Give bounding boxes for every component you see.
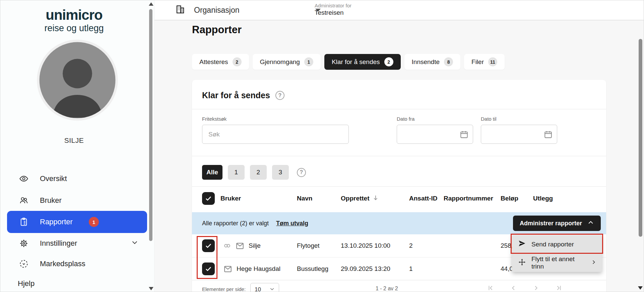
clear-selection-link[interactable]: Tøm utvalg: [276, 220, 308, 227]
cell-ansatt-id: 1: [409, 265, 444, 273]
date-from-input[interactable]: [397, 125, 473, 144]
main-scrollbar[interactable]: [638, 0, 643, 292]
per-page-label: Elementer per side:: [202, 286, 246, 292]
sidebar-item-innstillinger[interactable]: Innstillinger: [7, 234, 147, 253]
next-page-button[interactable]: [532, 284, 540, 292]
tab-count-badge: 8: [444, 57, 453, 66]
scroll-down-arrow-icon[interactable]: [149, 287, 153, 290]
cell-user-name: Hege Haugsdal: [237, 265, 280, 273]
help-icon[interactable]: ?: [275, 91, 284, 100]
main-scrollbar-thumb[interactable]: [639, 39, 642, 237]
calendar-icon[interactable]: [460, 130, 468, 139]
menu-item-flytt-til-annet-trinn[interactable]: Flytt til et annet trinn: [512, 253, 602, 272]
tab-klar-for-a-sendes[interactable]: Klar for å sendes 2: [324, 54, 401, 70]
column-header-bruker: Bruker: [220, 195, 297, 202]
pagination-bar: Elementer per side: 10 1 - 2 av 2: [192, 280, 606, 292]
calendar-icon[interactable]: [544, 130, 553, 139]
date-to-input[interactable]: [481, 125, 557, 144]
tab-gjennomgang[interactable]: Gjennomgang 1: [253, 54, 321, 70]
card-header: Klar for å sendes ?: [192, 80, 606, 109]
tab-count-badge: 2: [233, 57, 242, 66]
chevron-down-icon: [131, 239, 138, 248]
chevron-right-icon: [590, 259, 597, 267]
row-checkbox[interactable]: [202, 239, 215, 252]
tab-label: Innsendte: [412, 58, 440, 66]
sidebar-item-rapporter[interactable]: Rapporter 1: [7, 211, 147, 233]
select-all-checkbox[interactable]: [202, 192, 215, 205]
sidebar-item-label: Bruker: [40, 196, 62, 205]
eye-icon: [19, 174, 28, 183]
previous-page-button[interactable]: [510, 284, 517, 292]
report-tabs: Attesteres 2 Gjennomgang 1 Klar for å se…: [192, 54, 505, 70]
sidebar-item-label: Rapporter: [40, 218, 73, 226]
tab-innsendte[interactable]: Innsendte 8: [404, 54, 460, 70]
building-icon: [175, 4, 185, 16]
envelope-icon[interactable]: [223, 265, 233, 273]
cell-user-name: Silje: [249, 242, 261, 249]
column-header-navn: Navn: [297, 195, 341, 202]
filter-chip-2[interactable]: 2: [250, 165, 267, 180]
date-to-group: Dato til: [481, 116, 557, 144]
free-text-search-group: Fritekstsøk: [202, 116, 397, 144]
tab-label: Gjennomgang: [260, 58, 300, 66]
marketplace-icon: [19, 259, 28, 269]
row-checkbox[interactable]: [202, 262, 215, 275]
tab-attesteres[interactable]: Attesteres 2: [192, 54, 249, 70]
cell-navn: Bussutlegg: [297, 265, 341, 273]
chevron-down-icon: [269, 286, 275, 292]
date-from-group: Dato fra: [397, 116, 473, 144]
sidebar-item-bruker[interactable]: Bruker: [7, 191, 147, 210]
sidebar-item-markedsplass[interactable]: Markedsplass: [7, 254, 147, 274]
selection-bar: Alle rapporter (2) er valgt Tøm utvalg A…: [192, 212, 606, 234]
menu-item-label: Flytt til et annet trinn: [531, 255, 585, 270]
sidebar-scrollbar[interactable]: [148, 0, 154, 292]
sidebar-item-oversikt[interactable]: Oversikt: [7, 169, 147, 188]
tab-label: Filer: [471, 58, 484, 66]
menu-item-send-rapporter[interactable]: Send rapporter: [512, 235, 602, 253]
user-name: SILJE: [0, 136, 148, 144]
gear-icon: [19, 239, 28, 248]
per-page-value: 10: [255, 286, 261, 292]
column-header-ansatt-id: Ansatt-ID: [409, 195, 444, 202]
sidebar-item-label: Markedsplass: [40, 259, 85, 268]
avatar: [37, 39, 118, 121]
first-page-button[interactable]: [487, 284, 494, 292]
org-selector[interactable]: Organisasjon: [175, 0, 321, 20]
filters-row: Fritekstsøk Dato fra Dato til: [192, 109, 606, 156]
brand-logo: unimicro reise og utlegg: [0, 8, 148, 34]
section-heading: Klar for å sendes: [202, 91, 270, 100]
envelope-icon[interactable]: [235, 241, 245, 250]
scroll-down-arrow-icon[interactable]: [638, 286, 643, 290]
sidebar-scrollbar-thumb[interactable]: [149, 9, 152, 241]
search-input[interactable]: [202, 125, 349, 144]
chevron-up-icon: [587, 219, 594, 228]
sort-down-icon: [372, 194, 379, 203]
cell-navn: Flytoget: [297, 242, 341, 249]
brand-tagline: reise og utlegg: [0, 23, 148, 34]
filter-chip-alle[interactable]: Alle: [202, 165, 222, 180]
manage-reports-menu: Send rapporter Flytt til et annet trinn: [512, 235, 602, 272]
scroll-up-arrow-icon[interactable]: [149, 2, 153, 6]
tab-filer[interactable]: Filer 11: [464, 54, 505, 70]
sidebar-item-hjelp[interactable]: Hjelp: [18, 279, 35, 288]
per-page-select[interactable]: 10: [250, 283, 279, 292]
sidebar-item-label: Innstillinger: [40, 239, 77, 248]
link-icon: [223, 242, 231, 250]
move-icon: [518, 258, 526, 268]
last-page-button[interactable]: [555, 284, 563, 292]
cell-opprettet: 29.09.2025 13:20: [341, 265, 409, 273]
topbar: Organisasjon Administrator for Testreise…: [154, 0, 644, 20]
company-name: Testreisen: [315, 9, 351, 17]
menu-item-label: Send rapporter: [531, 241, 574, 248]
column-header-opprettet[interactable]: Opprettet: [341, 194, 409, 203]
help-icon[interactable]: ?: [297, 168, 306, 177]
column-header-label: Opprettet: [341, 195, 370, 202]
column-header-utlegg: Utlegg: [533, 195, 606, 202]
page-title: Rapporter: [192, 24, 242, 36]
tab-label: Attesteres: [199, 58, 228, 66]
column-header-rapportnummer: Rapportnummer: [444, 195, 501, 202]
manage-reports-button[interactable]: Administrer rapporter: [513, 216, 601, 231]
tab-count-badge: 2: [384, 57, 393, 66]
filter-chip-3[interactable]: 3: [272, 165, 289, 180]
filter-chip-1[interactable]: 1: [228, 165, 245, 180]
